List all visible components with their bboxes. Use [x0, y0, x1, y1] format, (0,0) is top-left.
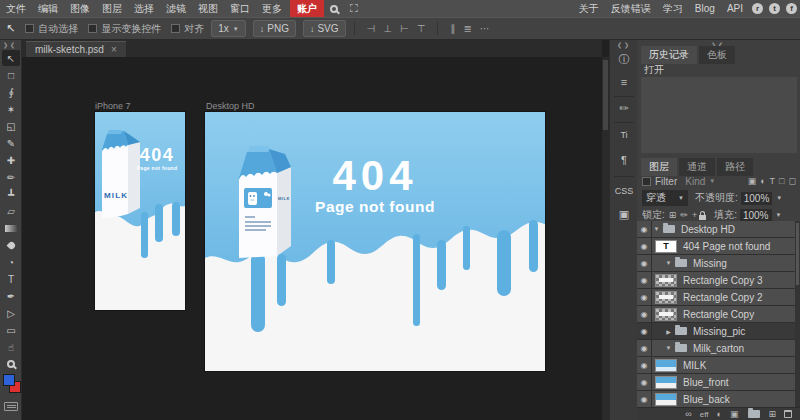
layer-row-desktop-hd[interactable]: ◉ ▼ Desktop HD: [637, 221, 795, 238]
tool-path-select[interactable]: ▷: [2, 305, 20, 321]
reddit-icon[interactable]: r: [752, 3, 763, 14]
tool-hand[interactable]: ☝: [2, 339, 20, 355]
visibility-eye-icon[interactable]: ◉: [637, 374, 652, 390]
align-top-icon[interactable]: ⊤: [417, 23, 426, 34]
kind-select[interactable]: Kind: [685, 176, 705, 187]
layer-row-milk-carton-group[interactable]: ◉ ▼ Milk_carton: [637, 340, 795, 357]
align-left-icon[interactable]: ⊣: [367, 23, 376, 34]
more-options-icon[interactable]: ⋯: [480, 23, 490, 34]
fullscreen-icon[interactable]: ⛶: [350, 2, 358, 15]
tab-history[interactable]: 历史记录: [641, 46, 697, 64]
tool-lasso[interactable]: ∮: [2, 84, 20, 100]
filter-checkbox[interactable]: [642, 177, 651, 186]
chevron-collapsed-icon[interactable]: ▶: [664, 328, 673, 335]
fill-value[interactable]: 100%: [740, 209, 772, 222]
menu-filter[interactable]: 滤镜: [160, 0, 192, 17]
layer-mask-icon[interactable]: ▣: [730, 409, 739, 419]
filter-type-layers-icon[interactable]: T: [770, 176, 776, 186]
artboard-iphone7[interactable]: MILK 404 Page not found: [95, 112, 185, 310]
chevron-down-icon[interactable]: ▼: [776, 195, 782, 201]
keyboard-shortcuts-icon[interactable]: [4, 402, 18, 411]
snap-checkbox[interactable]: 对齐: [171, 22, 204, 36]
filter-adjustment-layers-icon[interactable]: ◐: [760, 176, 765, 186]
chevron-expanded-icon[interactable]: ▼: [652, 226, 661, 232]
lock-position-icon[interactable]: +: [692, 210, 697, 220]
transform-controls-checkbox[interactable]: 显示变换控件: [88, 22, 161, 36]
visibility-eye-icon[interactable]: ◉: [637, 306, 652, 322]
distribute-horizontal-icon[interactable]: ∥: [450, 23, 455, 34]
link-layers-icon[interactable]: ∞: [685, 409, 691, 419]
tool-healing[interactable]: ✚: [2, 152, 20, 168]
canvas-vertical-scrollbar[interactable]: [602, 57, 609, 420]
tool-brush[interactable]: ✏: [2, 169, 20, 185]
filter-pixel-layers-icon[interactable]: ▣: [748, 176, 757, 186]
visibility-eye-icon[interactable]: ◉: [637, 289, 652, 305]
facebook-icon[interactable]: f: [786, 3, 797, 14]
visibility-eye-icon[interactable]: ◉: [637, 357, 652, 373]
collapse-toolbar-icon[interactable]: ❯❮: [3, 41, 17, 48]
foreground-color-swatch[interactable]: [3, 374, 15, 386]
chevron-expanded-icon[interactable]: ▼: [664, 345, 673, 351]
layer-row-rectangle-copy-3[interactable]: ◉ Rectangle Copy 3: [637, 272, 795, 289]
blend-mode-select[interactable]: 穿透 ▼: [642, 190, 688, 206]
export-svg-button[interactable]: ↓SVG: [303, 20, 346, 37]
menu-file[interactable]: 文件: [0, 0, 32, 17]
tool-clone-stamp[interactable]: ┻: [2, 186, 20, 202]
layer-effects-icon[interactable]: eff: [700, 410, 709, 419]
lock-transparency-icon[interactable]: ⊞: [669, 210, 677, 220]
css-panel-icon[interactable]: CSS: [610, 186, 638, 196]
visibility-eye-icon[interactable]: ◉: [637, 391, 652, 407]
menu-edit[interactable]: 编辑: [32, 0, 64, 17]
image-panel-icon[interactable]: ▣: [610, 208, 638, 221]
history-entry-open[interactable]: 打开: [644, 63, 664, 77]
opacity-value[interactable]: 100%: [741, 192, 773, 205]
layer-row-milk[interactable]: ◉ MILK: [637, 357, 795, 374]
distribute-vertical-icon[interactable]: ≣: [463, 23, 471, 34]
account-button[interactable]: 账户: [290, 0, 324, 17]
menu-about[interactable]: 关于: [573, 0, 605, 17]
tool-gradient[interactable]: [2, 220, 20, 236]
menu-blog[interactable]: Blog: [689, 0, 721, 17]
auto-select-checkbox[interactable]: 自动选择: [25, 22, 78, 36]
lock-all-icon[interactable]: [699, 215, 706, 220]
canvas-area[interactable]: iPhone 7 Desktop HD MILK 404 P: [22, 57, 602, 420]
chevron-expanded-icon[interactable]: ▼: [664, 260, 673, 266]
close-tab-icon[interactable]: ×: [111, 44, 117, 55]
twitter-icon[interactable]: t: [769, 3, 780, 14]
layer-row-missing-pic-group[interactable]: ◉ ▶ Missing_pic: [637, 323, 795, 340]
filter-smart-objects-icon[interactable]: ◻: [789, 176, 796, 186]
paragraph-panel-icon[interactable]: ¶: [610, 154, 638, 166]
tool-pen[interactable]: ✒: [2, 288, 20, 304]
search-icon[interactable]: [330, 5, 338, 13]
layer-row-blue-back[interactable]: ◉ Blue_back: [637, 391, 795, 407]
chevron-down-icon[interactable]: ▼: [776, 212, 782, 218]
visibility-eye-icon[interactable]: ◉: [637, 255, 652, 271]
visibility-eye-icon[interactable]: ◉: [637, 323, 652, 339]
tool-magic-wand[interactable]: ✶: [2, 101, 20, 117]
menu-view[interactable]: 视图: [192, 0, 224, 17]
menu-image[interactable]: 图像: [64, 0, 96, 17]
tool-eraser[interactable]: ▱: [2, 203, 20, 219]
visibility-eye-icon[interactable]: ◉: [637, 340, 652, 356]
layers-scrollbar[interactable]: [795, 221, 800, 407]
layer-row-blue-front[interactable]: ◉ Blue_front: [637, 374, 795, 391]
tab-swatches[interactable]: 色板: [699, 46, 735, 64]
artboard-label-iphone[interactable]: iPhone 7: [95, 101, 131, 111]
menu-window[interactable]: 窗口: [224, 0, 256, 17]
export-png-button[interactable]: ↓PNG: [253, 20, 296, 37]
align-right-icon[interactable]: ⊢: [400, 23, 409, 34]
filter-shape-layers-icon[interactable]: □: [779, 176, 784, 186]
adjustments-icon[interactable]: ≡: [610, 76, 638, 88]
tool-marquee[interactable]: □: [2, 67, 20, 83]
layer-row-rectangle-copy[interactable]: ◉ Rectangle Copy: [637, 306, 795, 323]
align-center-icon[interactable]: ⊥: [383, 23, 392, 34]
adjustment-layer-icon[interactable]: ◐: [717, 409, 722, 419]
tool-move[interactable]: ↖: [2, 50, 20, 66]
tool-type[interactable]: T: [2, 271, 20, 287]
menu-api[interactable]: API: [721, 0, 749, 17]
visibility-eye-icon[interactable]: ◉: [637, 221, 652, 237]
new-group-icon[interactable]: [748, 410, 760, 418]
visibility-eye-icon[interactable]: ◉: [637, 272, 652, 288]
tool-rectangle[interactable]: ▭: [2, 322, 20, 338]
document-tab[interactable]: milk-sketch.psd ×: [26, 41, 126, 57]
